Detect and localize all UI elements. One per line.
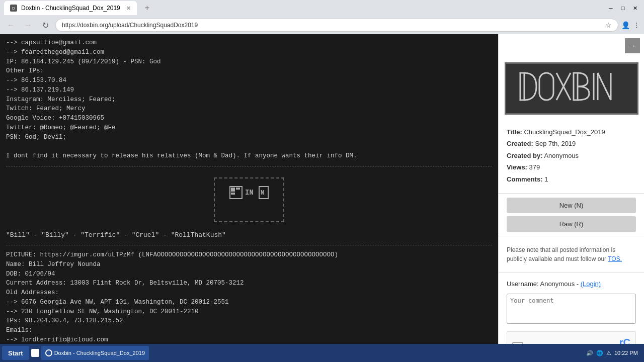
svg-rect-3 bbox=[231, 193, 235, 195]
doc-line: PICTURE: https://imgur.com/uLTPzMf (LNFA… bbox=[6, 250, 492, 260]
doc-line: Current Address: 13003 Flint Rock Dr, Be… bbox=[6, 279, 492, 288]
window-minimize-button[interactable]: ─ bbox=[606, 3, 616, 13]
doc-line: --> 6676 Georgia Ave NW, APT 101, Washin… bbox=[6, 298, 492, 307]
tray-icon-2: 🌐 bbox=[596, 350, 603, 356]
doc-line: --> 86.153.70.84 bbox=[6, 76, 492, 85]
menu-icon[interactable]: ⋮ bbox=[633, 21, 640, 29]
raw-button[interactable]: Raw (R) bbox=[507, 216, 636, 232]
svg-text:IN: IN bbox=[245, 189, 254, 197]
sidebar-created-by-row: Created by: Anonymous bbox=[507, 150, 636, 161]
tray-time: 10:22 PM bbox=[614, 350, 638, 356]
browser-tab[interactable]: D Doxbin - ChucklingSquad_Dox_2019 ✕ bbox=[4, 1, 137, 15]
section-divider-1 bbox=[6, 166, 492, 166]
doc-line: --> 86.137.219.149 bbox=[6, 85, 492, 95]
tab-title: Doxbin - ChucklingSquad_Dox_2019 bbox=[21, 5, 120, 12]
taskbar-browser-label: Doxbin - ChucklingSquad_Dox_2019 bbox=[54, 350, 145, 356]
taskbar-tray: 🔊 🌐 ⚠ 10:22 PM bbox=[582, 350, 642, 356]
doc-line: Twitter: @Romeo; @Feared; @Fe bbox=[6, 123, 492, 133]
address-icons: ☆ bbox=[605, 21, 612, 29]
doc-line bbox=[6, 142, 492, 151]
sidebar-notice: Please note that all posted information … bbox=[499, 240, 644, 268]
doc-line: Name: Bill Jeffrey Nounda bbox=[6, 260, 492, 269]
address-bar[interactable]: https://doxbin.org/upload/ChucklingSquad… bbox=[55, 19, 618, 32]
section-image: IN N bbox=[6, 171, 492, 228]
doxbin-logo bbox=[505, 62, 638, 115]
sidebar-title-row: Title: ChucklingSquad_Dox_2019 bbox=[507, 126, 636, 138]
new-tab-button[interactable]: + bbox=[141, 2, 153, 15]
username-label: Username: bbox=[507, 280, 539, 288]
browser-content: --> capsultioe@gmail.com --> fearedthego… bbox=[0, 34, 644, 362]
nav-refresh-button[interactable]: ↻ bbox=[38, 18, 52, 32]
created-label: Created: bbox=[507, 140, 533, 147]
sidebar-divider-1 bbox=[499, 193, 644, 194]
window-controls: ─ □ ✕ bbox=[606, 3, 640, 13]
doxbin-logo-area bbox=[499, 57, 644, 122]
doc-line: --> 230 Longfellow St NW, Washington, DC… bbox=[6, 307, 492, 317]
section-nicknames: "Bill" - "Billy" - "Terrific" - "Cruel" … bbox=[6, 230, 492, 240]
browser-addressbar: ← → ↻ https://doxbin.org/upload/Chucklin… bbox=[0, 16, 644, 34]
svg-rect-1 bbox=[231, 188, 235, 192]
tab-favicon: D bbox=[10, 5, 17, 12]
login-link[interactable]: (Login) bbox=[581, 280, 601, 288]
sidebar-created-row: Created: Sep 7th, 2019 bbox=[507, 138, 636, 149]
tab-close-icon[interactable]: ✕ bbox=[126, 5, 131, 12]
comments-value: 1 bbox=[544, 175, 548, 183]
title-value: ChucklingSquad_Dox_2019 bbox=[524, 128, 605, 136]
sidebar-divider-2 bbox=[499, 236, 644, 236]
browser-taskbar-icon bbox=[45, 349, 52, 356]
doc-line: Instagram: Merciless; Feared; bbox=[6, 95, 492, 105]
doc-line: --> capsultioe@gmail.com bbox=[6, 38, 492, 48]
address-text: https://doxbin.org/upload/ChucklingSquad… bbox=[62, 22, 605, 29]
created-by-value: Anonymous bbox=[544, 152, 579, 159]
sidebar-divider-3 bbox=[499, 273, 644, 273]
section-svg-logo: IN N bbox=[229, 186, 269, 211]
window-maximize-button[interactable]: □ bbox=[618, 3, 628, 13]
start-button[interactable]: Start bbox=[2, 346, 29, 360]
nav-forward-button[interactable]: → bbox=[21, 18, 35, 32]
new-button[interactable]: New (N) bbox=[507, 198, 636, 213]
comments-label: Comments: bbox=[507, 175, 543, 183]
doc-line: Twitch: Feared; Mercy bbox=[6, 104, 492, 114]
nav-back-button[interactable]: ← bbox=[4, 18, 18, 32]
doc-line: Emails: bbox=[6, 326, 492, 335]
doc-line: --> lordterrific@icloud.com bbox=[6, 335, 492, 345]
doc-relatives-line: I dont find it necessary to release his … bbox=[6, 151, 492, 161]
bookmark-icon[interactable]: ☆ bbox=[605, 21, 612, 29]
window-close-button[interactable]: ✕ bbox=[630, 3, 640, 13]
comment-textarea[interactable] bbox=[507, 294, 636, 324]
sidebar-views-row: Views: 379 bbox=[507, 161, 636, 173]
created-value: Sep 7th, 2019 bbox=[535, 140, 576, 147]
tos-link[interactable]: TOS. bbox=[608, 255, 622, 262]
profile-icon[interactable]: 👤 bbox=[621, 21, 630, 29]
sidebar-meta: Title: ChucklingSquad_Dox_2019 Created: … bbox=[499, 122, 644, 189]
doc-line: Google Voice: +07415030965 bbox=[6, 114, 492, 123]
doc-line: Other IPs: bbox=[6, 66, 492, 76]
doc-line: Old Addresses: bbox=[6, 288, 492, 298]
doc-line: IPs: 98.204.30.4, 73.128.215.52 bbox=[6, 316, 492, 326]
section-divider-2 bbox=[6, 245, 492, 245]
taskbar-divider-icon bbox=[31, 349, 39, 357]
doc-line: DOB: 01/06/94 bbox=[6, 269, 492, 279]
views-label: Views: bbox=[507, 163, 527, 171]
views-value: 379 bbox=[529, 163, 540, 171]
svg-text:N: N bbox=[261, 190, 264, 197]
taskbar: Start Doxbin - ChucklingSquad_Dox_2019 🔊… bbox=[0, 344, 644, 362]
document-pane: --> capsultioe@gmail.com --> fearedthego… bbox=[0, 34, 498, 362]
sidebar-username-row: Username: Anonymous - (Login) bbox=[499, 277, 644, 291]
browser-titlebar: D Doxbin - ChucklingSquad_Dox_2019 ✕ + ─… bbox=[0, 0, 644, 16]
tray-icon-1: 🔊 bbox=[586, 350, 593, 356]
created-by-label: Created by: bbox=[507, 152, 543, 159]
doxbin-logo-svg bbox=[516, 69, 627, 104]
sidebar-comments-row: Comments: 1 bbox=[507, 173, 636, 185]
taskbar-browser-item[interactable]: Doxbin - ChucklingSquad_Dox_2019 bbox=[41, 346, 149, 360]
doc-line: PSN: God; Devil; bbox=[6, 133, 492, 142]
svg-rect-2 bbox=[236, 188, 240, 190]
title-label: Title: bbox=[507, 128, 522, 136]
username-value: Anonymous - bbox=[540, 280, 579, 288]
sidebar: → bbox=[498, 34, 644, 362]
toolbar-icons: 👤 ⋮ bbox=[621, 21, 640, 29]
sidebar-arrow-button[interactable]: → bbox=[625, 38, 640, 53]
doc-line: --> fearedthegod@gmail.com bbox=[6, 48, 492, 57]
tray-icon-3: ⚠ bbox=[606, 350, 611, 356]
doc-line: IP: 86.184.129.245 (09/1/2019) - PSN: Go… bbox=[6, 57, 492, 67]
